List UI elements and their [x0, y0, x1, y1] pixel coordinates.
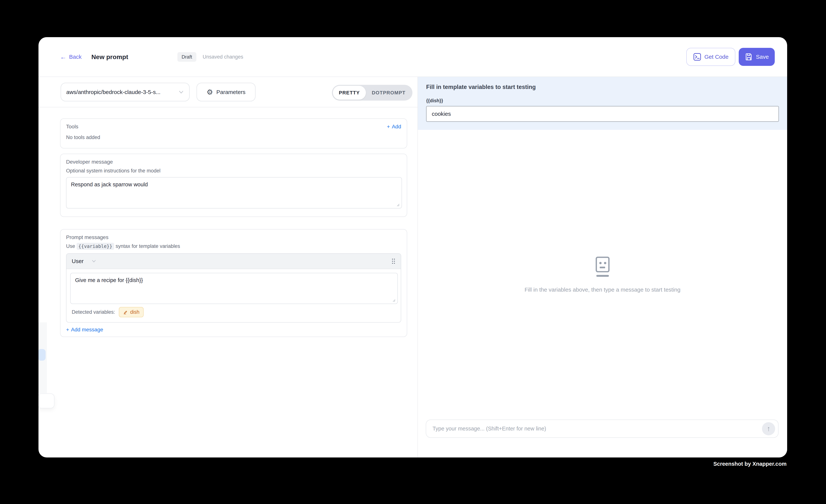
prompt-messages-card: Prompt messages Use {{variable}} syntax … [60, 229, 407, 337]
back-arrow-icon: ← [60, 54, 66, 60]
toggle-option-dotprompt[interactable]: DOTPROMPT [366, 86, 412, 100]
parameters-button[interactable]: ⚙ Parameters [196, 83, 255, 101]
developer-message-input[interactable]: Respond as jack sparrow would [66, 177, 402, 208]
back-label: Back [69, 54, 82, 60]
terminal-icon [693, 53, 701, 61]
tools-title: Tools [66, 124, 78, 130]
resize-handle-icon[interactable] [396, 203, 400, 206]
add-message-button[interactable]: + Add message [66, 327, 401, 333]
empty-state-text: Fill in the variables above, then type a… [525, 287, 680, 293]
save-label: Save [756, 54, 769, 60]
template-variables-heading: Fill in template variables to start test… [426, 84, 778, 90]
page-title: New prompt [92, 53, 128, 61]
tools-card: Tools + Add No tools added [60, 118, 407, 148]
model-selector[interactable]: aws/anthropic/bedrock-claude-3-5-s... [61, 83, 190, 101]
add-message-label: Add message [71, 327, 103, 333]
get-code-button[interactable]: Get Code [686, 48, 735, 66]
chat-message-input[interactable] [432, 426, 762, 432]
save-button[interactable]: Save [739, 48, 775, 66]
left-toolbar: aws/anthropic/bedrock-claude-3-5-s... ⚙ … [39, 77, 417, 107]
prompt-messages-title: Prompt messages [66, 234, 401, 240]
toggle-option-pretty[interactable]: PRETTY [333, 86, 366, 100]
edit-pencil-icon [123, 310, 128, 315]
parameters-label: Parameters [217, 89, 245, 95]
message-block: User Give me a recipe for {{dish}} [66, 253, 401, 323]
drag-handle-icon[interactable] [392, 258, 396, 264]
unsaved-changes-text: Unsaved changes [203, 54, 243, 60]
message-body: Give me a recipe for {{dish}} Detected v… [66, 269, 401, 322]
back-button[interactable]: ← Back [60, 54, 82, 60]
prompt-messages-hint: Use {{variable}} syntax for template var… [66, 243, 401, 249]
test-panel: Fill in template variables to start test… [417, 77, 787, 457]
variable-value-input[interactable] [426, 106, 779, 122]
variable-badge-dish[interactable]: dish [119, 307, 143, 317]
get-code-label: Get Code [704, 54, 728, 60]
draft-status-badge: Draft [177, 52, 196, 62]
variable-badge-label: dish [130, 309, 139, 315]
resize-handle-icon[interactable] [392, 299, 396, 302]
sidebar-popover [39, 393, 54, 408]
save-icon [745, 53, 753, 61]
hint-suffix: syntax for template variables [116, 243, 180, 249]
view-mode-toggle: PRETTY DOTPROMPT [332, 85, 412, 101]
variable-syntax-chip: {{variable}} [76, 243, 114, 250]
message-content-input[interactable]: Give me a recipe for {{dish}} [70, 273, 398, 304]
developer-message-card: Developer message Optional system instru… [60, 154, 407, 217]
chat-input-bar: ↑ [426, 420, 778, 438]
plus-icon: + [66, 327, 69, 333]
add-tool-label: Add [392, 124, 401, 130]
page-header: ← Back New prompt Draft Unsaved changes … [39, 37, 787, 77]
hint-prefix: Use [66, 243, 75, 249]
message-header: User [66, 254, 401, 269]
app-window: ← Back New prompt Draft Unsaved changes … [39, 37, 787, 457]
plus-icon: + [387, 124, 390, 130]
sidebar-active-item[interactable] [39, 349, 46, 361]
template-variables-section: Fill in template variables to start test… [418, 77, 787, 130]
variable-name-label: {{dish}} [426, 98, 778, 104]
send-button[interactable]: ↑ [762, 422, 775, 435]
developer-message-title: Developer message [66, 159, 401, 165]
add-tool-button[interactable]: + Add [387, 124, 401, 130]
robot-face-icon [594, 256, 611, 278]
chevron-down-icon[interactable] [92, 259, 96, 263]
role-selector-value: User [72, 258, 83, 264]
watermark-text: Screenshot by Xnapper.com [713, 461, 786, 467]
empty-state: Fill in the variables above, then type a… [418, 256, 787, 293]
chevron-down-icon [178, 90, 184, 94]
developer-message-subtitle: Optional system instructions for the mod… [66, 168, 401, 174]
detected-variables-row: Detected variables: dish [72, 307, 396, 317]
up-arrow-icon: ↑ [767, 425, 770, 433]
gear-icon: ⚙ [206, 88, 213, 96]
tools-empty-text: No tools added [66, 134, 401, 140]
detected-variables-label: Detected variables: [72, 309, 115, 315]
model-selector-value: aws/anthropic/bedrock-claude-3-5-s... [66, 89, 178, 95]
